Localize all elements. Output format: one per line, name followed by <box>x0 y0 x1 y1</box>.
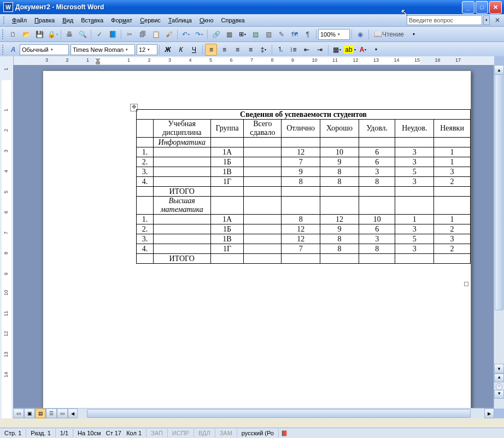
close-button[interactable]: ✕ <box>489 1 502 14</box>
open-button[interactable]: 📂 <box>20 28 32 40</box>
styles-pane-button[interactable]: A <box>7 44 19 56</box>
bold-button[interactable]: Ж <box>162 44 174 56</box>
paste-button[interactable]: 📋 <box>150 28 162 40</box>
hscroll-track[interactable] <box>78 409 484 418</box>
maximize-button[interactable]: □ <box>476 1 488 14</box>
help-question-dropdown-button[interactable]: ▾ <box>483 15 490 25</box>
scroll-left-button[interactable]: ◀ <box>68 409 78 418</box>
copy-button[interactable]: 🗐 <box>137 28 149 40</box>
menu-view[interactable]: Вид <box>59 16 77 25</box>
toolbar-handle-icon[interactable] <box>2 45 5 55</box>
drawing-button[interactable]: ✎ <box>276 28 288 40</box>
close-doc-button[interactable]: ✕ <box>491 14 503 26</box>
minimize-button[interactable]: _ <box>462 1 474 14</box>
undo-button[interactable]: ↶ <box>180 28 192 40</box>
status-pages[interactable]: 1/1 <box>56 429 73 437</box>
font-color-button[interactable]: A <box>357 44 369 56</box>
menu-tools[interactable]: Сервис <box>137 16 164 25</box>
table-row[interactable]: 3.1В98353 <box>137 167 471 177</box>
browse-object-button[interactable]: ○ <box>496 383 502 390</box>
page-area[interactable]: ✥ Сведения об успеваемости студентов Уче… <box>13 65 494 409</box>
reading-mode-button[interactable]: 📖 Чтение <box>371 28 407 40</box>
hscroll-thumb[interactable] <box>87 409 471 418</box>
toolbar-handle-icon[interactable] <box>3 16 7 24</box>
italic-button[interactable]: К <box>175 44 187 56</box>
status-position[interactable]: На 10см Ст 17 Кол 1 <box>73 429 146 437</box>
menu-edit[interactable]: Правка <box>31 16 58 25</box>
font-size-combobox[interactable]: 12▾ <box>137 44 157 55</box>
normal-view-button[interactable]: ▭ <box>13 409 24 418</box>
underline-button[interactable]: Ч <box>188 44 200 56</box>
align-right-button[interactable]: ≡ <box>231 44 243 56</box>
menu-file[interactable]: Файл <box>9 16 30 25</box>
decrease-indent-button[interactable]: ⇤ <box>301 44 313 56</box>
scrollbar-thumb[interactable] <box>495 74 503 310</box>
table-row[interactable]: 4.1Г88832 <box>137 177 471 187</box>
spellcheck-button[interactable]: ✓ <box>93 28 106 40</box>
scroll-down-button[interactable]: ▼ <box>494 364 504 374</box>
toolbar-options-button[interactable]: ▾ <box>408 28 420 40</box>
menu-window[interactable]: Окно <box>196 16 217 25</box>
web-view-button[interactable]: ▣ <box>24 409 35 418</box>
bulleted-list-button[interactable]: ⁝≡ <box>288 44 300 56</box>
save-button[interactable]: 💾 <box>33 28 45 40</box>
hyperlink-button[interactable]: 🔗 <box>210 28 222 40</box>
table-row[interactable]: 1.1А1210631 <box>137 147 471 157</box>
insert-table-button[interactable]: ⊞ <box>236 28 248 40</box>
permission-button[interactable]: 🔒 <box>46 28 58 40</box>
status-section[interactable]: Разд. 1 <box>26 429 55 437</box>
cut-button[interactable]: ✂ <box>124 28 136 40</box>
spell-status-icon[interactable]: 📕 <box>281 430 288 436</box>
borders-button[interactable]: ▦ <box>331 44 343 56</box>
redo-button[interactable]: ↷ <box>193 28 205 40</box>
help-button[interactable]: ◉ <box>354 28 366 40</box>
menu-table[interactable]: Таблица <box>165 16 195 25</box>
previous-page-button[interactable]: ▴ <box>494 374 504 382</box>
table-resize-handle-icon[interactable] <box>464 282 468 286</box>
status-rec[interactable]: ЗАП <box>146 429 168 437</box>
status-language[interactable]: русский (Ро <box>237 429 279 437</box>
table-title-cell[interactable]: Сведения об успеваемости студентов <box>137 110 471 120</box>
insert-worksheet-button[interactable]: ▤ <box>249 28 261 40</box>
menu-insert[interactable]: Вставка <box>78 16 107 25</box>
line-spacing-button[interactable]: ‡ <box>257 44 269 56</box>
horizontal-ruler[interactable]: 3211234567891011121314151617 <box>13 56 494 66</box>
research-button[interactable]: 📘 <box>107 28 119 40</box>
status-trk[interactable]: ИСПР <box>168 429 194 437</box>
vertical-ruler[interactable]: 211234567891011121314 <box>0 56 14 418</box>
align-left-button[interactable]: ≡ <box>205 44 217 56</box>
reading-view-button[interactable]: ▭ <box>57 409 68 418</box>
print-view-button[interactable]: ▤ <box>35 409 46 418</box>
print-preview-button[interactable]: 🔍 <box>77 28 89 40</box>
align-center-button[interactable]: ≡ <box>218 44 230 56</box>
columns-button[interactable]: ▥ <box>262 28 274 40</box>
scroll-right-button[interactable]: ▶ <box>484 409 494 418</box>
toolbar-options-button[interactable]: ▾ <box>370 44 382 56</box>
vertical-scrollbar[interactable]: ▲ ▼ ▴ ○ ▾ <box>494 65 504 409</box>
table-row[interactable]: 2.1Б79631 <box>137 157 471 167</box>
font-combobox[interactable]: Times New Roman▾ <box>71 44 135 55</box>
toolbar-handle-icon[interactable] <box>2 29 5 39</box>
numbered-list-button[interactable]: ⒈ <box>274 44 286 56</box>
help-question-input[interactable] <box>407 15 482 25</box>
table-row[interactable]: 3.1В128353 <box>137 234 471 244</box>
table-row[interactable]: 2.1Б129632 <box>137 224 471 234</box>
tables-borders-button[interactable]: ▦ <box>223 28 235 40</box>
doc-map-button[interactable]: 🗺 <box>289 28 301 40</box>
table-row[interactable]: 4.1Г78832 <box>137 244 471 254</box>
print-button[interactable]: 🖶 <box>63 28 75 40</box>
format-painter-button[interactable]: 🖌 <box>163 28 175 40</box>
document-page[interactable]: ✥ Сведения об успеваемости студентов Уче… <box>43 70 471 409</box>
show-marks-button[interactable]: ¶ <box>302 28 314 40</box>
table-header-row[interactable]: Учебная дисциплина Группа Всего сдавало … <box>137 120 471 138</box>
status-ext[interactable]: ВДЛ <box>194 429 215 437</box>
new-doc-button[interactable]: 🗋 <box>7 28 19 40</box>
document-table[interactable]: Сведения об успеваемости студентов Учебн… <box>136 109 471 264</box>
outline-view-button[interactable]: ☰ <box>46 409 57 418</box>
menu-help[interactable]: Справка <box>218 16 248 25</box>
menu-format[interactable]: Формат <box>108 16 136 25</box>
status-ovr[interactable]: ЗАМ <box>215 429 237 437</box>
next-page-button[interactable]: ▾ <box>494 390 504 399</box>
align-justify-button[interactable]: ≡ <box>244 44 256 56</box>
zoom-combobox[interactable]: 100%▾ <box>318 29 350 40</box>
